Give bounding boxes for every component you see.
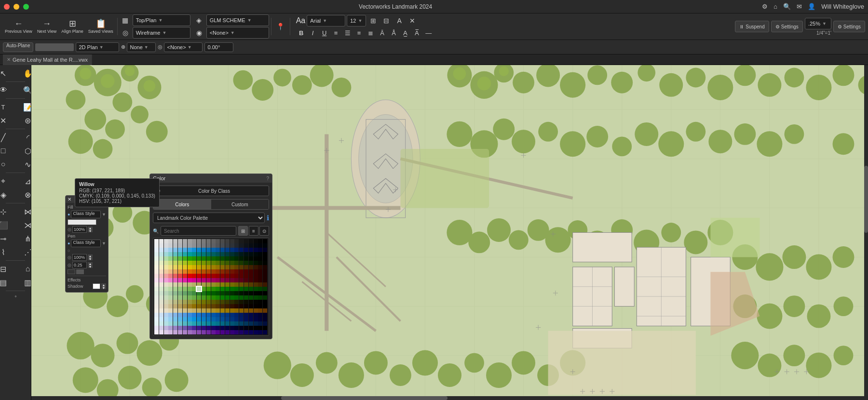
color-cell[interactable] bbox=[173, 304, 177, 308]
color-cell[interactable] bbox=[159, 261, 163, 265]
color-cell[interactable] bbox=[173, 239, 177, 243]
grid-icon[interactable]: ⊞ bbox=[367, 15, 379, 27]
color-cell[interactable] bbox=[230, 317, 234, 321]
color-cell[interactable] bbox=[206, 265, 211, 269]
color-cell[interactable] bbox=[263, 239, 267, 243]
color-cell[interactable] bbox=[168, 261, 173, 265]
color-cell[interactable] bbox=[168, 304, 173, 308]
color-cell[interactable] bbox=[225, 330, 230, 334]
color-cell[interactable] bbox=[183, 308, 187, 313]
color-cell[interactable] bbox=[211, 317, 216, 321]
color-cell[interactable] bbox=[188, 252, 192, 256]
color-cell[interactable] bbox=[220, 287, 225, 291]
color-cell[interactable] bbox=[178, 326, 182, 330]
color-cell[interactable] bbox=[154, 243, 159, 248]
color-cell[interactable] bbox=[178, 248, 182, 252]
color-cell[interactable] bbox=[173, 243, 177, 248]
color-cell[interactable] bbox=[239, 274, 244, 278]
opacity-stepper[interactable]: ▲ ▼ bbox=[88, 262, 93, 268]
color-cell[interactable] bbox=[239, 304, 244, 308]
color-cell[interactable] bbox=[173, 256, 177, 261]
color-cell[interactable] bbox=[263, 313, 267, 317]
color-cell[interactable] bbox=[234, 326, 239, 330]
color-cell[interactable] bbox=[183, 239, 187, 243]
color-cell[interactable] bbox=[249, 256, 253, 261]
line-tool[interactable]: ╱ bbox=[0, 131, 15, 144]
plane-dropdown[interactable]: 2D Plan ▼ bbox=[76, 42, 119, 52]
color-cell[interactable] bbox=[258, 330, 262, 334]
color-cell[interactable] bbox=[249, 282, 253, 287]
stamp-tool[interactable]: ⊛ bbox=[16, 114, 32, 127]
color-cell[interactable] bbox=[197, 252, 201, 256]
special-tool1[interactable]: ◈ bbox=[0, 188, 15, 201]
color-cell[interactable] bbox=[263, 300, 267, 304]
user-icon[interactable]: 👤 bbox=[808, 3, 815, 10]
next-view-button[interactable]: → Next View bbox=[35, 15, 58, 38]
color-cell[interactable] bbox=[258, 274, 262, 278]
color-cell[interactable] bbox=[183, 330, 187, 334]
color-cell[interactable] bbox=[164, 291, 168, 295]
color-cell[interactable] bbox=[206, 295, 211, 300]
color-cell[interactable] bbox=[202, 261, 206, 265]
color-cell[interactable] bbox=[197, 330, 201, 334]
color-cell[interactable] bbox=[188, 300, 192, 304]
color-cell[interactable] bbox=[154, 261, 159, 265]
canvas[interactable]: ✕ Attributes ☰ Fill ● Class Style ▼ ◎ bbox=[31, 65, 868, 400]
color-cell[interactable] bbox=[188, 321, 192, 326]
color-cell[interactable] bbox=[183, 252, 187, 256]
color-cell[interactable] bbox=[244, 330, 248, 334]
color-cell[interactable] bbox=[234, 313, 239, 317]
color-cell[interactable] bbox=[173, 274, 177, 278]
color-cell[interactable] bbox=[254, 282, 258, 287]
color-cell[interactable] bbox=[192, 304, 196, 308]
color-cell[interactable] bbox=[230, 304, 234, 308]
settings-button[interactable]: ⚙ Settings bbox=[771, 21, 803, 32]
color-cell[interactable] bbox=[244, 287, 248, 291]
align-right-button[interactable]: ≡ bbox=[354, 27, 365, 38]
color-cell[interactable] bbox=[244, 243, 248, 248]
color-cell[interactable] bbox=[244, 282, 248, 287]
color-cell[interactable] bbox=[220, 239, 225, 243]
color-cell[interactable] bbox=[234, 300, 239, 304]
color-cell[interactable] bbox=[206, 317, 211, 321]
color-cell[interactable] bbox=[188, 313, 192, 317]
color-cell[interactable] bbox=[188, 248, 192, 252]
shadow-stepper[interactable]: ▲ ▼ bbox=[101, 283, 106, 289]
color-cell[interactable] bbox=[197, 265, 201, 269]
color-cell[interactable] bbox=[211, 269, 216, 274]
color-cell[interactable] bbox=[183, 269, 187, 274]
settings2-button[interactable]: ⚙ Settings bbox=[833, 21, 865, 32]
color-cell[interactable] bbox=[234, 261, 239, 265]
color-cell[interactable] bbox=[173, 295, 177, 300]
color-cell[interactable] bbox=[206, 261, 211, 265]
color-cell[interactable] bbox=[154, 291, 159, 295]
color-cell[interactable] bbox=[244, 256, 248, 261]
italic-button[interactable]: I bbox=[308, 27, 318, 38]
color-cell[interactable] bbox=[168, 248, 173, 252]
color-cell[interactable] bbox=[173, 278, 177, 282]
grid-view-button[interactable]: ⊞ bbox=[238, 226, 248, 236]
color-cell[interactable] bbox=[154, 308, 159, 313]
color-cell[interactable] bbox=[183, 261, 187, 265]
color-cell[interactable] bbox=[230, 287, 234, 291]
color-cell[interactable] bbox=[164, 278, 168, 282]
fill-color-swatch[interactable] bbox=[68, 219, 96, 225]
color-cell[interactable] bbox=[230, 256, 234, 261]
color-cell[interactable] bbox=[192, 282, 196, 287]
color-cell[interactable] bbox=[216, 278, 220, 282]
color-cell[interactable] bbox=[211, 239, 216, 243]
color-cell[interactable] bbox=[154, 265, 159, 269]
color-cell[interactable] bbox=[188, 261, 192, 265]
color-cell[interactable] bbox=[159, 248, 163, 252]
color-cell[interactable] bbox=[263, 326, 267, 330]
color-cell[interactable] bbox=[159, 295, 163, 300]
color-cell[interactable] bbox=[225, 326, 230, 330]
render-type-icon[interactable]: ◎ bbox=[120, 27, 131, 39]
color-cell[interactable] bbox=[244, 274, 248, 278]
color-cell[interactable] bbox=[164, 265, 168, 269]
color-cell[interactable] bbox=[188, 256, 192, 261]
color-cell[interactable] bbox=[197, 317, 201, 321]
settings-icon[interactable]: ⚙ bbox=[762, 3, 768, 10]
color-cell[interactable] bbox=[173, 269, 177, 274]
color-cell[interactable] bbox=[164, 282, 168, 287]
